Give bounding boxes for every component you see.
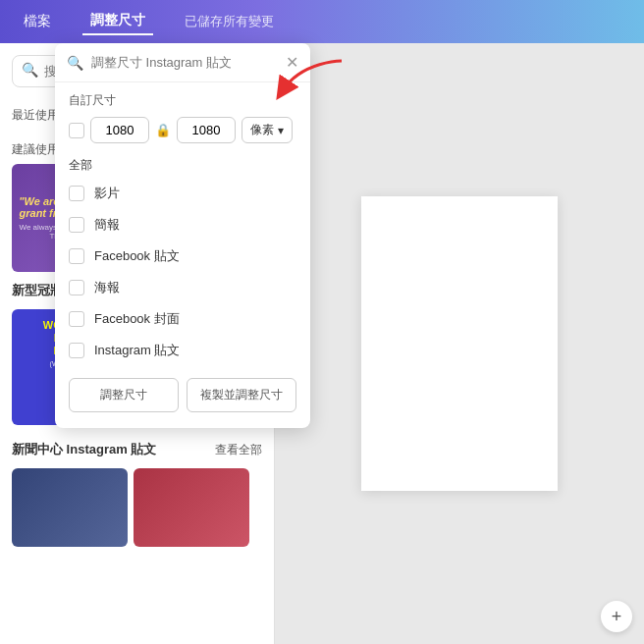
resize-search-input[interactable] bbox=[91, 55, 278, 70]
copy-resize-button[interactable]: 複製並調整尺寸 bbox=[187, 378, 296, 412]
category-item-poster[interactable]: 海報 bbox=[69, 272, 296, 303]
category-item-ig-post[interactable]: Instagram 貼文 bbox=[69, 335, 296, 366]
canvas-document bbox=[361, 196, 558, 491]
resize-search-row: 🔍 ✕ bbox=[55, 43, 310, 82]
resize-button[interactable]: 調整尺寸 bbox=[69, 378, 179, 412]
height-input[interactable] bbox=[177, 117, 236, 143]
category-checkbox-report[interactable] bbox=[69, 217, 84, 233]
lock-icon: 🔒 bbox=[155, 123, 171, 137]
category-label-poster: 海報 bbox=[94, 279, 120, 296]
category-item-video[interactable]: 影片 bbox=[69, 178, 296, 209]
canvas-add-button[interactable]: + bbox=[601, 601, 632, 632]
all-category-label: 全部 bbox=[55, 149, 310, 178]
category-label-report: 簡報 bbox=[94, 216, 120, 234]
category-checkbox-poster[interactable] bbox=[69, 280, 84, 295]
category-item-fb-cover[interactable]: Facebook 封面 bbox=[69, 303, 296, 335]
custom-size-inputs: 🔒 像素 ▾ bbox=[69, 117, 296, 143]
news-ig-section-header: 新聞中心 Instagram 貼文 查看全部 bbox=[0, 431, 274, 462]
resize-dropdown: 🔍 ✕ 自訂尺寸 🔒 像素 ▾ 全部 影片 簡報 Facebook 貼文 bbox=[55, 43, 310, 428]
dropdown-actions: 調整尺寸 複製並調整尺寸 bbox=[55, 366, 310, 416]
category-label-fb-cover: Facebook 封面 bbox=[94, 310, 180, 328]
news-ig-title: 新聞中心 Instagram 貼文 bbox=[12, 441, 156, 458]
width-input[interactable] bbox=[90, 117, 149, 143]
category-label-ig-post: Instagram 貼文 bbox=[94, 342, 180, 359]
custom-size-checkbox[interactable] bbox=[69, 123, 84, 138]
unit-chevron-icon: ▾ bbox=[278, 124, 284, 137]
category-checkbox-list: 影片 簡報 Facebook 貼文 海報 Facebook 封面 Instagr… bbox=[55, 178, 310, 366]
unit-label: 像素 bbox=[250, 122, 274, 138]
category-checkbox-fb-cover[interactable] bbox=[69, 311, 84, 327]
category-item-fb-post[interactable]: Facebook 貼文 bbox=[69, 241, 296, 272]
canvas-area: + bbox=[275, 43, 644, 644]
category-label-video: 影片 bbox=[94, 185, 120, 202]
resize-search-icon: 🔍 bbox=[67, 55, 83, 71]
category-checkbox-video[interactable] bbox=[69, 186, 84, 201]
topbar-saved-status: 已儲存所有變更 bbox=[185, 13, 274, 30]
resize-search-clear[interactable]: ✕ bbox=[286, 53, 298, 72]
unit-select[interactable]: 像素 ▾ bbox=[242, 117, 293, 143]
sidebar-search-icon: 🔍 bbox=[22, 62, 38, 78]
topbar-resize[interactable]: 調整尺寸 bbox=[82, 8, 153, 35]
news-card-1[interactable] bbox=[12, 468, 128, 547]
topbar: 檔案 調整尺寸 已儲存所有變更 bbox=[0, 0, 644, 43]
custom-size-section: 自訂尺寸 🔒 像素 ▾ bbox=[55, 82, 310, 149]
topbar-file[interactable]: 檔案 bbox=[16, 9, 59, 34]
category-checkbox-ig-post[interactable] bbox=[69, 343, 84, 358]
news-ig-view-all[interactable]: 查看全部 bbox=[215, 442, 262, 458]
category-item-report[interactable]: 簡報 bbox=[69, 209, 296, 241]
category-label-fb-post: Facebook 貼文 bbox=[94, 247, 180, 265]
news-card-2[interactable] bbox=[134, 468, 249, 547]
news-ig-cards bbox=[0, 462, 274, 553]
category-checkbox-fb-post[interactable] bbox=[69, 248, 84, 264]
custom-size-label: 自訂尺寸 bbox=[69, 92, 296, 109]
